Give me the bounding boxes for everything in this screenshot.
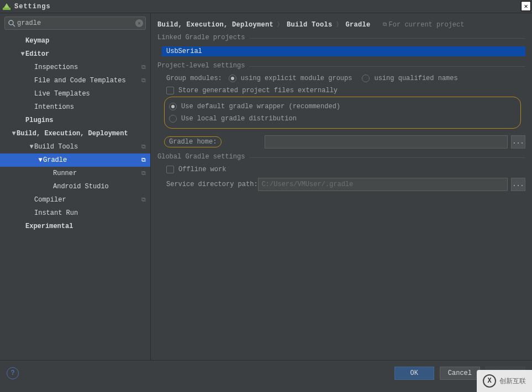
gradle-home-input[interactable] <box>265 135 508 149</box>
copy-icon: ⧉ <box>383 22 387 28</box>
logo-icon: X <box>483 374 496 388</box>
cancel-button[interactable]: Cancel <box>440 367 480 380</box>
checkbox-label: Offline work <box>178 166 226 173</box>
option-label: using qualified names <box>374 75 457 82</box>
project-scope-icon: ⧉ <box>141 197 146 203</box>
offline-work-checkbox[interactable]: Offline work <box>166 166 226 173</box>
dialog-button-bar: ? OK Cancel Apply <box>0 360 532 385</box>
app-icon <box>2 2 11 11</box>
window-close-button[interactable]: ✕ <box>521 1 531 11</box>
tree-item-file-and-code-templates[interactable]: File and Code Templates⧉ <box>0 74 150 87</box>
expand-arrow-icon: ▼ <box>38 156 43 164</box>
tree-item-label: Build, Execution, Deployment <box>17 130 128 137</box>
project-scope-icon: ⧉ <box>141 157 146 163</box>
settings-tree[interactable]: Keymap▼EditorInspections⧉File and Code T… <box>0 33 150 360</box>
option-label: Use local gradle distribution <box>181 115 297 123</box>
settings-main-panel: Build, Execution, Deployment 〉 Build Too… <box>151 13 532 360</box>
ok-button[interactable]: OK <box>394 367 434 380</box>
clear-search-icon[interactable]: ✕ <box>135 19 143 27</box>
expand-arrow-icon: ▼ <box>29 143 34 151</box>
tree-item-runner[interactable]: Runner⧉ <box>0 167 150 180</box>
project-scope-icon: ⧉ <box>141 77 146 84</box>
tree-item-live-templates[interactable]: Live Templates <box>0 87 150 100</box>
scope-badge: ⧉ For current project <box>383 21 465 29</box>
close-icon: ✕ <box>524 2 528 10</box>
section-legend: Global Gradle settings <box>157 153 249 161</box>
project-scope-icon: ⧉ <box>141 144 146 150</box>
watermark-text: 创新互联 <box>499 377 526 386</box>
svg-point-2 <box>9 20 13 25</box>
search-icon <box>8 19 15 27</box>
breadcrumb-mid[interactable]: Build Tools <box>287 21 333 29</box>
project-level-section: Project-level settings Group modules: us… <box>157 66 525 154</box>
store-external-checkbox[interactable]: Store generated project files externally <box>166 87 338 94</box>
tree-item-keymap[interactable]: Keymap <box>0 34 150 47</box>
section-legend: Project-level settings <box>157 62 249 70</box>
tree-item-label: Android Studio <box>53 183 109 190</box>
breadcrumb: Build, Execution, Deployment 〉 Build Too… <box>157 17 525 35</box>
tree-item-editor[interactable]: ▼Editor <box>0 47 150 61</box>
tree-item-compiler[interactable]: Compiler⧉ <box>0 193 150 206</box>
checkbox-icon <box>166 87 174 94</box>
breadcrumb-root[interactable]: Build, Execution, Deployment <box>157 21 273 29</box>
service-dir-input[interactable] <box>258 178 508 191</box>
checkbox-label: Store generated project files externally <box>178 87 338 94</box>
breadcrumb-leaf: Gradle <box>346 21 371 29</box>
option-label: using explicit module groups <box>241 75 352 82</box>
ellipsis-icon: ... <box>512 138 524 146</box>
group-modules-qualified-option[interactable]: using qualified names <box>362 75 457 82</box>
gradle-source-group: Use default gradle wrapper (recommended)… <box>164 97 521 129</box>
tree-item-label: Keymap <box>25 37 49 45</box>
use-default-wrapper-option[interactable]: Use default gradle wrapper (recommended) <box>169 103 340 110</box>
use-local-distribution-option[interactable]: Use local gradle distribution <box>169 115 297 123</box>
project-scope-icon: ⧉ <box>141 170 146 177</box>
tree-item-label: Experimental <box>25 223 73 230</box>
linked-project-item[interactable]: UsbSerial <box>162 46 525 56</box>
service-dir-label: Service directory path: <box>166 181 258 188</box>
svg-rect-0 <box>3 8 10 10</box>
tree-item-label: Intentions <box>34 103 74 111</box>
service-dir-browse-button[interactable]: ... <box>511 178 525 191</box>
tree-item-label: Gradle <box>43 156 67 164</box>
tree-item-inspections[interactable]: Inspections⧉ <box>0 61 150 74</box>
gradle-home-label: Gradle home: <box>164 136 222 147</box>
tree-item-build-execution-deployment[interactable]: ▼Build, Execution, Deployment <box>0 127 150 140</box>
group-modules-explicit-option[interactable]: using explicit module groups <box>229 75 352 82</box>
chevron-right-icon: 〉 <box>336 20 343 29</box>
option-label: Use default gradle wrapper (recommended) <box>181 103 340 110</box>
linked-projects-list[interactable]: UsbSerial <box>162 46 525 56</box>
tree-item-build-tools[interactable]: ▼Build Tools⧉ <box>0 140 150 153</box>
tree-item-label: Compiler <box>34 196 66 204</box>
radio-icon <box>169 103 177 110</box>
scope-text: For current project <box>389 21 465 29</box>
tree-item-plugins[interactable]: Plugins <box>0 114 150 127</box>
tree-item-label: Instant Run <box>34 209 78 217</box>
expand-arrow-icon: ▼ <box>20 50 25 58</box>
tree-item-gradle[interactable]: ▼Gradle⧉ <box>0 153 150 167</box>
radio-icon <box>229 75 236 82</box>
help-icon: ? <box>10 369 14 377</box>
title-bar: Settings ✕ <box>0 0 532 13</box>
tree-item-instant-run[interactable]: Instant Run <box>0 206 150 220</box>
tree-item-label: Plugins <box>25 116 53 124</box>
project-scope-icon: ⧉ <box>141 64 146 71</box>
tree-item-label: File and Code Templates <box>34 77 126 84</box>
group-modules-label: Group modules: <box>166 75 222 82</box>
tree-item-label: Editor <box>25 50 49 58</box>
tree-item-label: Build Tools <box>34 143 78 151</box>
svg-marker-1 <box>4 3 9 8</box>
gradle-home-browse-button[interactable]: ... <box>511 135 525 149</box>
search-field[interactable]: ✕ <box>4 17 146 30</box>
checkbox-icon <box>166 166 174 173</box>
tree-item-intentions[interactable]: Intentions <box>0 100 150 114</box>
tree-item-experimental[interactable]: Experimental <box>0 220 150 233</box>
ellipsis-icon: ... <box>512 181 524 188</box>
svg-line-3 <box>13 24 15 27</box>
help-button[interactable]: ? <box>7 367 19 379</box>
radio-icon <box>169 115 177 123</box>
linked-projects-section: Linked Gradle projects UsbSerial <box>157 38 525 63</box>
search-input[interactable] <box>17 19 132 27</box>
settings-sidebar: ✕ Keymap▼EditorInspections⧉File and Code… <box>0 13 151 360</box>
window-title: Settings <box>14 3 51 10</box>
tree-item-android-studio[interactable]: Android Studio <box>0 180 150 193</box>
